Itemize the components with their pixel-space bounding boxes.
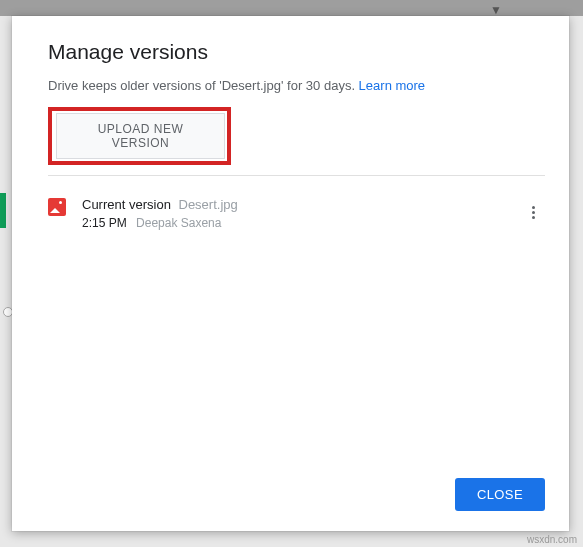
manage-versions-dialog: Manage versions Drive keeps older versio… (12, 16, 569, 531)
version-time: 2:15 PM (82, 216, 127, 230)
more-options-button[interactable] (521, 200, 545, 224)
info-text: Drive keeps older versions of 'Desert.jp… (48, 78, 545, 93)
dialog-footer: Close (48, 478, 545, 511)
version-row: Current version Desert.jpg 2:15 PM Deepa… (48, 188, 545, 238)
version-line-2: 2:15 PM Deepak Saxena (82, 216, 521, 230)
divider (48, 175, 545, 176)
info-text-content: Drive keeps older versions of 'Desert.jp… (48, 78, 359, 93)
dropdown-arrow-icon: ▼ (490, 3, 502, 17)
watermark: wsxdn.com (527, 534, 577, 545)
highlight-box: Upload new version (48, 107, 231, 165)
upload-new-version-button[interactable]: Upload new version (56, 113, 225, 159)
image-file-icon (48, 198, 66, 216)
learn-more-link[interactable]: Learn more (359, 78, 425, 93)
version-line-1: Current version Desert.jpg (82, 196, 521, 214)
version-author: Deepak Saxena (136, 216, 221, 230)
version-label: Current version (82, 197, 171, 212)
dialog-title: Manage versions (48, 40, 545, 64)
version-info: Current version Desert.jpg 2:15 PM Deepa… (82, 196, 521, 230)
green-accent-bar (0, 193, 6, 228)
close-button[interactable]: Close (455, 478, 545, 511)
version-filename: Desert.jpg (179, 197, 238, 212)
more-vert-icon (532, 206, 535, 209)
